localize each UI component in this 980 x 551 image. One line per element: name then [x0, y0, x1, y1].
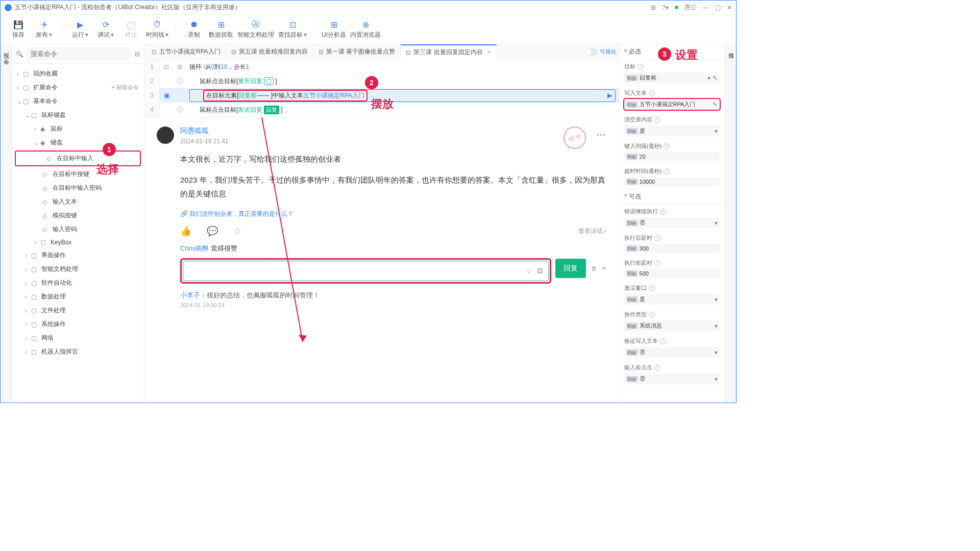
visual-toggle[interactable]: 可视化 [584, 48, 617, 56]
stop-button[interactable]: ◯停止 [120, 19, 142, 39]
user-name[interactable]: 愚公 [684, 3, 697, 12]
tree-key-in-target[interactable]: ◇在目标中按键 [12, 167, 144, 181]
toolbar: 💾保存 ✈发布 ▶运行 ⟳调试 ◯停止 ⏱时间线 ⏺录制 ⊞数据抓取 Ⓐ智能文档… [1, 15, 736, 44]
tab-lesson5[interactable]: ⊟第五课 批量精准回复内容 [226, 44, 313, 60]
star-icon[interactable]: ☆ [233, 226, 241, 237]
prop-active-label: 激活窗口? [624, 284, 720, 292]
prop-type-field[interactable]: Exp系统消息▾ [624, 320, 720, 331]
prop-text-label: 写入文本? [624, 89, 720, 97]
edit-icon[interactable]: ✎ [713, 101, 718, 108]
reply-box: ☺ 🖼 [180, 258, 551, 284]
annotation-3-badge: 3 [658, 47, 671, 61]
tree-input-text[interactable]: ◇输入文本 [12, 195, 144, 209]
tree-robot[interactable]: ›▢机器人指挥官 [12, 345, 144, 359]
tree-mouse-keyboard[interactable]: ⌄▢鼠标键盘 [12, 108, 144, 122]
data-capture-button[interactable]: ⊞数据抓取 [209, 19, 233, 39]
tree-pwd-in-target[interactable]: ◇在目标中输入密码 [12, 181, 144, 195]
apps-icon[interactable]: ⊞ [651, 4, 656, 11]
image-icon[interactable]: 🖼 [537, 267, 543, 274]
run-button[interactable]: ▶运行 [69, 19, 91, 39]
tree-keyboard[interactable]: ⌄◆键盘 [12, 136, 144, 149]
delete-icon[interactable]: 🗑 [591, 265, 597, 272]
reply-button[interactable]: 回复 [555, 259, 586, 278]
tree-input-pwd[interactable]: ◇输入密码 [12, 222, 144, 236]
prop-err-label: 错误继续执行? [624, 208, 720, 215]
more-icon[interactable]: ••• [597, 132, 606, 139]
search-input[interactable] [27, 47, 131, 60]
tab-project[interactable]: ⊡五节小课搞定RPA入门 [146, 44, 226, 60]
ui-analyzer-button[interactable]: ⊞UI分析器 [322, 19, 346, 39]
prop-verify-label: 验证写入文本? [624, 337, 720, 345]
play-icon[interactable]: ▶ [607, 92, 612, 99]
help-icon[interactable]: ?▾ [662, 4, 669, 11]
edit-icon[interactable]: ✎ [713, 74, 718, 82]
browser-button[interactable]: ⊕内置浏览器 [350, 19, 381, 39]
prop-timeout-field[interactable]: Exp10000 [624, 177, 720, 186]
prop-after-field[interactable]: Exp300 [624, 244, 720, 253]
left-vtab[interactable]: 流程 命令 [1, 44, 12, 403]
tree-basic[interactable]: ⌄▢基本命令 [12, 94, 144, 108]
tree-sys[interactable]: ›▢系统操作 [12, 317, 144, 331]
comment-icon[interactable]: 💬 [207, 226, 218, 237]
status-dot-icon [675, 6, 678, 9]
prop-text-field[interactable]: Exp五节小课搞定RPA入门✎ [624, 99, 720, 110]
smart-doc-button[interactable]: Ⓐ智能文档处理 [237, 19, 274, 39]
find-target-button[interactable]: ⊡查找目标 [278, 19, 307, 39]
section-optional[interactable]: ^ 可选 [619, 189, 725, 205]
switch-icon[interactable] [584, 48, 598, 56]
tree-mouse[interactable]: ›◆鼠标 [12, 122, 144, 136]
ai-icon: Ⓐ [251, 19, 261, 30]
section-required[interactable]: ^ 必选 [619, 44, 725, 60]
tree-ui[interactable]: ›▢界面操作 [12, 248, 144, 262]
post-time: 2024-01-18 21:41 [180, 138, 606, 145]
command-tree: ›▢我的收藏 ›▢扩展命令+ 获取命令 ⌄▢基本命令 ⌄▢鼠标键盘 ›◆鼠标 ⌄… [12, 64, 144, 403]
record-button[interactable]: ⏺录制 [183, 19, 205, 39]
prop-err-field[interactable]: Exp否▾ [624, 217, 720, 228]
view-detail-link[interactable]: 查看详情 › [578, 227, 606, 236]
code-block: 1⊟⊞ 循环i 从 0 到 10，步长 1 2ⓘ 鼠标点击目标 [ 展开回复 ▢… [144, 60, 619, 117]
prop-click-field[interactable]: Exp否▾ [624, 373, 720, 384]
properties-panel: 3 设置 ^ 必选 目标? Exp回复框▾✎ 写入文本? Exp五节小课搞定RP… [619, 44, 725, 403]
tab-lesson1[interactable]: ⊟第一课 基于图像批量点赞 [313, 44, 401, 60]
post-link[interactable]: 🔗 我们这些创业者，真正需要的是什么？ [180, 210, 606, 218]
close-tab-icon[interactable]: × [487, 49, 491, 56]
tree-sim-key[interactable]: ◇模拟按键 [12, 209, 144, 222]
tree-extensions[interactable]: ›▢扩展命令+ 获取命令 [12, 81, 144, 94]
prop-target-field[interactable]: Exp回复框▾✎ [624, 72, 720, 83]
collapse-icon[interactable]: ⊟ [135, 51, 140, 58]
tab-lesson3[interactable]: ⊟第三课 批量回复固定内容× [401, 44, 496, 60]
debug-icon: ⟳ [101, 19, 111, 30]
tree-smart[interactable]: ›▢智能文档处理 [12, 262, 144, 276]
post-author[interactable]: 阿愚呱呱 [180, 127, 606, 136]
tree-net[interactable]: ›▢网络 [12, 331, 144, 345]
dismiss-icon[interactable]: ✕ [601, 265, 606, 272]
prop-verify-field[interactable]: Exp否▾ [624, 347, 720, 358]
right-vtab[interactable]: 属性 [725, 44, 736, 403]
titlebar: 五节小课搞定RPA入门 - 流程创造者（UiBot Creator）社区版（仅用… [1, 1, 736, 15]
annotation-2-badge: 2 [365, 76, 378, 89]
post-para-2: 2023 年，我们埋头苦干。干过的很多事情中，有我们团队明年的答案，也许有你想要… [180, 173, 606, 201]
like-icon[interactable]: 👍 [180, 226, 191, 237]
tree-input-in-target[interactable]: ◇在目标中输入 [16, 152, 140, 165]
maximize-icon[interactable]: ▢ [715, 4, 721, 11]
emoji-icon[interactable]: ☺ [526, 267, 532, 274]
close-icon[interactable]: ✕ [727, 4, 732, 11]
prop-clear-field[interactable]: Exp是▾ [624, 126, 720, 136]
tree-favorites[interactable]: ›▢我的收藏 [12, 67, 144, 81]
tree-file[interactable]: ›▢文件处理 [12, 304, 144, 317]
prop-active-field[interactable]: Exp是▾ [624, 294, 720, 305]
tree-data[interactable]: ›▢数据处理 [12, 290, 144, 304]
app-logo-icon [5, 4, 12, 11]
tree-keybox[interactable]: ›▢KeyBox [12, 236, 144, 248]
timeline-button[interactable]: ⏱时间线 [146, 19, 168, 39]
save-button[interactable]: 💾保存 [8, 19, 29, 39]
publish-button[interactable]: ✈发布 [33, 19, 55, 39]
debug-button[interactable]: ⟳调试 [95, 19, 116, 39]
reply-input[interactable]: ☺ 🖼 [183, 261, 549, 281]
tree-soft[interactable]: ›▢软件自动化 [12, 276, 144, 290]
minimize-icon[interactable]: — [703, 4, 709, 11]
prop-before-field[interactable]: Exp500 [624, 269, 720, 278]
prop-target-label: 目标? [624, 63, 720, 70]
prop-interval-field[interactable]: Exp20 [624, 152, 720, 161]
get-command-link[interactable]: + 获取命令 [112, 84, 139, 91]
